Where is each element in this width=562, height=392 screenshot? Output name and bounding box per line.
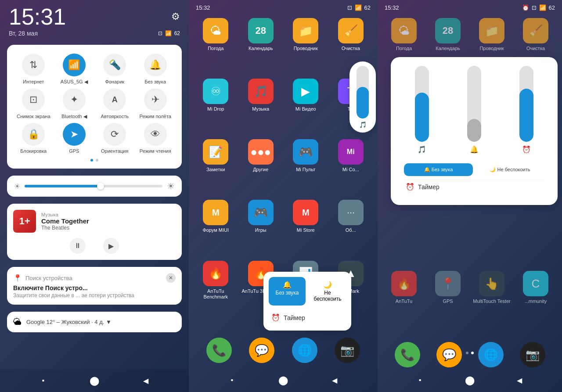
find-device-close-button[interactable]: ✕ <box>166 273 176 283</box>
nav-recents-mid[interactable]: ◀ <box>328 374 341 387</box>
vol-track-music[interactable] <box>415 66 429 142</box>
app-r-gps[interactable]: 📍 GPS <box>428 271 468 304</box>
dock-browser-right[interactable]: 🌐 <box>478 342 504 367</box>
nav-recents-right[interactable]: ◀ <box>513 374 526 387</box>
timer-icon: ⏰ <box>271 313 280 322</box>
app-mipult-icon: 🎮 <box>293 139 318 165</box>
vol-col-music[interactable]: 🎵 <box>398 66 446 154</box>
app-r-explorer-label: Проводник <box>479 46 504 51</box>
app-r-community[interactable]: C ...mmunity <box>515 271 556 304</box>
timer-icon-right: ⏰ <box>406 183 414 191</box>
app-calendar-label: Календарь <box>249 46 273 51</box>
vol-track-alarm[interactable] <box>519 66 533 142</box>
vol-col-notif[interactable]: 🔔 <box>450 66 498 154</box>
sound-opt-right-silent[interactable]: 🔔 Без звука <box>404 163 473 176</box>
sound-opt-right-dnd[interactable]: 🌙 Не беспокоить <box>476 163 544 176</box>
app-r-calendar[interactable]: 28 Календарь <box>428 18 468 51</box>
settings-icon[interactable]: ⚙ <box>171 11 180 22</box>
brightness-low-icon: ☀ <box>14 182 20 191</box>
qs-flashlight-icon: 🔦 <box>103 54 126 76</box>
wifi-icon-mid: 📶 <box>355 4 362 11</box>
nav-back-left[interactable]: ▪ <box>37 374 49 387</box>
dock-messages-right[interactable]: 💬 <box>436 342 462 367</box>
qs-autobrightness[interactable]: A Автояркость <box>95 88 134 119</box>
qs-airplane[interactable]: ✈ Режим полёта <box>136 88 175 119</box>
vol-fill <box>357 87 369 119</box>
app-r-gps-label: GPS <box>443 298 453 304</box>
app-mivideo[interactable]: ▶ Mi Видео <box>285 79 327 133</box>
vol-track-notif[interactable] <box>467 66 481 142</box>
vol-track[interactable] <box>357 66 369 119</box>
qs-lock[interactable]: 🔒 Блокировка <box>14 123 53 154</box>
qs-internet[interactable]: ⇅ Интернет <box>14 54 53 85</box>
app-music[interactable]: 🎵 Музыка <box>240 79 282 133</box>
app-calendar[interactable]: 28 Календарь <box>240 18 282 72</box>
timer-row[interactable]: ⏰ Таймер <box>269 310 346 325</box>
nav-home-left[interactable]: ⬤ <box>88 374 101 387</box>
qs-screenshot[interactable]: ⊡ Снимок экрана <box>14 88 53 119</box>
qs-silent-label: Без звука <box>144 79 166 84</box>
app-r-weather-icon: 🌤 <box>391 18 417 43</box>
app-r-cleaner[interactable]: 🧹 Очистка <box>515 18 556 51</box>
vol-music-icon: 🎵 <box>418 145 426 154</box>
qs-wifi[interactable]: 📶 ASUS_5G ◀ <box>55 54 94 85</box>
app-antutu[interactable]: 🔥 AnTuTu Benchmark <box>195 261 237 321</box>
find-device-desc: Защитите свои данные в ... ае потери уст… <box>13 292 176 298</box>
app-mipult[interactable]: 🎮 Mi Пульт <box>285 139 327 194</box>
dnd-icon: 🌙 <box>312 281 343 289</box>
nav-home-mid[interactable]: ⬤ <box>277 374 290 387</box>
app-mico[interactable]: Mi Mi Co... <box>330 139 372 194</box>
brightness-bar[interactable]: ☀ ☀ <box>7 176 182 197</box>
qs-silent[interactable]: 🔔 Без звука <box>136 54 175 85</box>
nav-back-mid[interactable]: ▪ <box>225 374 238 387</box>
app-r-explorer[interactable]: 📁 Проводник <box>472 18 512 51</box>
nav-back-right[interactable]: ▪ <box>414 374 427 387</box>
qs-flashlight[interactable]: 🔦 Фонарик <box>95 54 134 85</box>
google-card[interactable]: 🌥 Google 12° – Жуковский · 4 д. ▼ <box>7 312 182 332</box>
volume-overlay[interactable]: 🎵 <box>349 61 376 133</box>
timer-row-right[interactable]: ⏰ Таймер <box>404 180 544 194</box>
dock-browser[interactable]: 🌐 <box>292 338 317 363</box>
dock-camera[interactable]: 📷 <box>335 338 360 363</box>
app-mistore[interactable]: M Mi Store <box>285 200 327 254</box>
qs-readmode[interactable]: 👁 Режим чтения <box>136 123 175 154</box>
dock-phone[interactable]: 📞 <box>206 338 232 363</box>
app-explorer[interactable]: 📁 Проводник <box>285 18 327 72</box>
app-more[interactable]: ⋯ Об... <box>330 200 372 254</box>
app-r-antutu[interactable]: 🔥 AnTuTu <box>384 271 424 304</box>
app-others[interactable]: ●●● Другие <box>240 139 282 194</box>
qs-bluetooth[interactable]: ✦ Bluetooth ◀ <box>55 88 94 119</box>
sound-opt-silent[interactable]: 🔔 Без звука <box>269 277 306 306</box>
app-notes[interactable]: 📝 Заметки <box>195 139 237 194</box>
silent-label-right: Без звука <box>432 167 453 172</box>
app-games[interactable]: 🎮 Игры <box>240 200 282 254</box>
left-panel: 15:31 ⚙ Вт, 28 мая ⊡ 📶 62 ⇅ Интернет 📶 A… <box>0 0 189 392</box>
qs-gps[interactable]: ➤ GPS <box>55 123 94 154</box>
app-mico-label: Mi Co... <box>342 167 359 173</box>
music-next-button[interactable]: ▶ <box>103 238 119 254</box>
bottom-dock-mid: 📞 💬 🌐 📷 <box>189 333 378 370</box>
screenshot-icon-right: ⊡ <box>532 4 537 11</box>
nav-home-right[interactable]: ⬤ <box>463 374 476 387</box>
nav-recents-left[interactable]: ◀ <box>140 374 152 387</box>
qs-screenshot-icon: ⊡ <box>22 88 45 111</box>
right-panel: 15:32 ⏰ ⊡ 📶 62 🌤 Погода 28 Календарь 📁 П… <box>378 0 562 392</box>
app-miuiforum-label: Форум MIUI <box>202 227 229 233</box>
music-pause-button[interactable]: ⏸ <box>70 238 86 254</box>
brightness-track[interactable] <box>25 185 162 187</box>
app-r-multitouch[interactable]: 👆 MultiTouch Tester <box>472 271 512 304</box>
app-r-antutu-label: AnTuTu <box>396 298 412 304</box>
dnd-label-right: Не беспокоить <box>497 167 530 172</box>
app-r-weather[interactable]: 🌤 Погода <box>384 18 424 51</box>
app-weather[interactable]: 🌤 Погода <box>195 18 237 72</box>
sound-opt-dnd[interactable]: 🌙 Не беспокоить <box>309 277 346 306</box>
app-midrop[interactable]: ♾ Mi Drop <box>195 79 237 133</box>
app-miui-forum[interactable]: M Форум MIUI <box>195 200 237 254</box>
qs-page-dots <box>14 159 175 162</box>
qs-orientation[interactable]: ⟳ Ориентация <box>95 123 134 154</box>
find-device-card: 📍 Поиск устройства ✕ Включите Поиск устр… <box>7 267 182 305</box>
dock-phone-right[interactable]: 📞 <box>395 342 420 367</box>
vol-col-alarm[interactable]: ⏰ <box>503 66 551 154</box>
dock-camera-right[interactable]: 📷 <box>520 342 545 367</box>
dock-messages[interactable]: 💬 <box>249 338 274 363</box>
